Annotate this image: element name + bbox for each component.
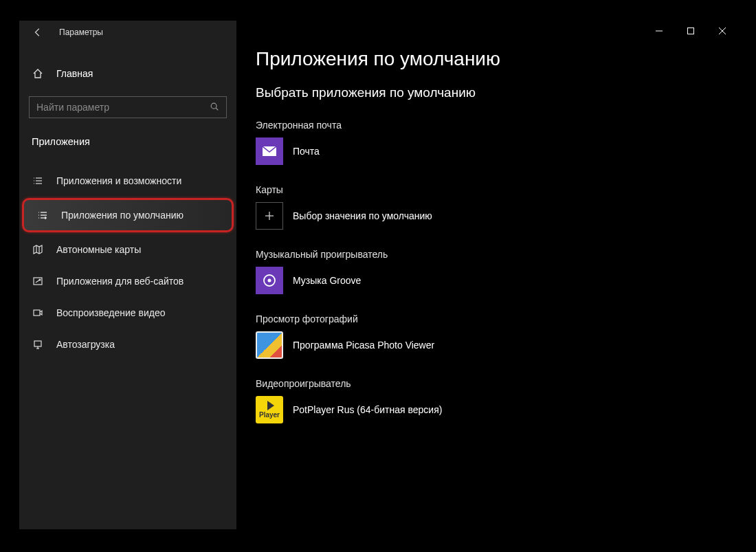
app-name: Программа Picasa Photo Viewer	[293, 340, 434, 351]
picasa-icon	[256, 331, 283, 359]
sidebar: Параметры Главная Приложения Приложения …	[19, 21, 236, 529]
default-apps-icon	[36, 209, 49, 221]
sidebar-home[interactable]: Главная	[19, 58, 236, 89]
page-title: Приложения по умолчанию	[256, 48, 719, 70]
mail-icon	[256, 137, 283, 165]
default-app-maps[interactable]: Выбор значения по умолчанию	[256, 202, 719, 230]
svg-point-0	[211, 103, 216, 109]
search-input[interactable]	[36, 102, 210, 113]
svg-rect-22	[34, 341, 41, 346]
minimize-button[interactable]	[643, 21, 675, 41]
content-pane: Приложения по умолчанию Выбрать приложен…	[236, 21, 738, 529]
sidebar-section-label: Приложения	[19, 118, 236, 153]
sidebar-item-apps-features[interactable]: Приложения и возможности	[19, 165, 236, 197]
default-app-video[interactable]: Player PotPlayer Rus (64-битная версия)	[256, 396, 719, 423]
home-icon	[32, 67, 44, 80]
category-maps-label: Карты	[256, 184, 719, 195]
apps-list-icon	[32, 175, 44, 187]
sidebar-item-default-apps[interactable]: Приложения по умолчанию	[22, 198, 234, 232]
sidebar-nav: Приложения и возможности Приложения по у…	[19, 165, 236, 360]
category-email-label: Электронная почта	[256, 120, 719, 131]
default-app-music[interactable]: Музыка Groove	[256, 267, 719, 294]
plus-icon	[256, 202, 283, 230]
sidebar-item-video-playback[interactable]: Воспроизведение видео	[19, 297, 236, 329]
window-title: Параметры	[59, 27, 103, 37]
sidebar-item-label: Приложения для веб-сайтов	[56, 276, 184, 287]
svg-point-20	[39, 279, 41, 280]
close-button[interactable]	[707, 21, 738, 41]
default-app-email[interactable]: Почта	[256, 137, 719, 165]
window-controls	[643, 21, 738, 41]
search-icon	[210, 102, 219, 113]
sidebar-item-label: Воспроизведение видео	[56, 307, 165, 318]
offline-maps-icon	[32, 243, 44, 256]
search-box[interactable]	[29, 96, 227, 118]
svg-rect-21	[34, 310, 40, 316]
sidebar-item-label: Приложения по умолчанию	[61, 210, 184, 221]
web-apps-icon	[32, 275, 44, 287]
category-music-label: Музыкальный проигрыватель	[256, 249, 719, 260]
app-name: Почта	[293, 146, 320, 157]
sidebar-item-offline-maps[interactable]: Автономные карты	[19, 234, 236, 265]
sub-title: Выбрать приложения по умолчанию	[256, 85, 719, 100]
sidebar-item-label: Автозагрузка	[56, 339, 115, 350]
app-name: Музыка Groove	[293, 275, 361, 286]
app-name: PotPlayer Rus (64-битная версия)	[293, 404, 442, 415]
settings-window: Параметры Главная Приложения Приложения …	[19, 21, 738, 529]
maximize-button[interactable]	[675, 21, 707, 41]
svg-point-33	[268, 279, 271, 283]
startup-icon	[32, 338, 44, 351]
category-photos-label: Просмотр фотографий	[256, 313, 719, 324]
groove-icon	[256, 267, 283, 294]
potplayer-icon: Player	[256, 396, 283, 423]
sidebar-item-label: Приложения и возможности	[56, 175, 181, 186]
video-playback-icon	[32, 307, 44, 319]
category-video-label: Видеопроигрыватель	[256, 378, 719, 389]
sidebar-item-startup[interactable]: Автозагрузка	[19, 329, 236, 360]
app-name: Выбор значения по умолчанию	[293, 210, 432, 221]
sidebar-item-label: Автономные карты	[56, 244, 141, 255]
home-label: Главная	[56, 68, 93, 79]
svg-rect-26	[688, 28, 694, 34]
sidebar-item-web-apps[interactable]: Приложения для веб-сайтов	[19, 265, 236, 297]
svg-line-1	[216, 108, 218, 110]
default-app-photos[interactable]: Программа Picasa Photo Viewer	[256, 331, 719, 359]
back-button[interactable]	[32, 26, 44, 38]
sidebar-header: Параметры	[19, 21, 236, 44]
